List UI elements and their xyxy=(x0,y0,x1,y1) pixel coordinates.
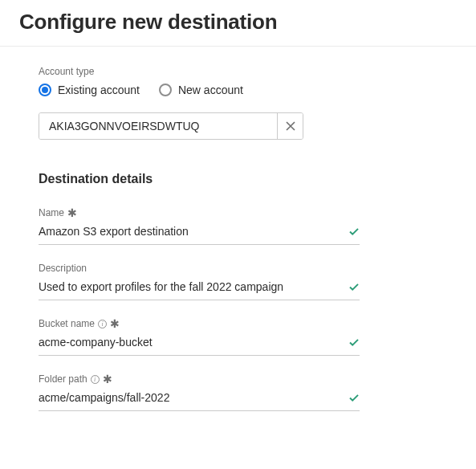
account-type-radiogroup: Existing account New account xyxy=(39,84,437,96)
field-label: Description xyxy=(39,263,437,274)
field-folder-path: Folder path i ✱ xyxy=(39,373,437,411)
field-label: Bucket name i ✱ xyxy=(39,318,437,329)
account-type-label: Account type xyxy=(39,66,437,77)
info-icon[interactable]: i xyxy=(98,320,107,328)
valid-icon xyxy=(348,392,360,403)
required-icon: ✱ xyxy=(103,373,112,385)
close-icon xyxy=(286,121,295,131)
field-label: Name ✱ xyxy=(39,207,437,218)
valid-icon xyxy=(348,281,360,292)
label-text: Description xyxy=(39,263,87,274)
label-text: Name xyxy=(39,207,64,218)
field-bucket-name: Bucket name i ✱ xyxy=(39,318,437,356)
radio-dot-icon xyxy=(159,84,172,96)
radio-dot-icon xyxy=(39,84,51,96)
radio-label: Existing account xyxy=(58,84,140,96)
clear-account-button[interactable] xyxy=(277,113,303,139)
name-input[interactable] xyxy=(39,225,348,238)
radio-label: New account xyxy=(178,84,243,96)
bucket-name-input[interactable] xyxy=(39,336,348,349)
description-input[interactable] xyxy=(39,280,348,293)
label-text: Folder path xyxy=(39,373,87,385)
valid-icon xyxy=(348,226,360,237)
page-title: Configure new destination xyxy=(19,10,457,35)
required-icon: ✱ xyxy=(110,318,120,329)
field-label: Folder path i ✱ xyxy=(39,373,437,385)
info-icon[interactable]: i xyxy=(91,375,100,384)
radio-existing-account[interactable]: Existing account xyxy=(39,84,140,96)
label-text: Bucket name xyxy=(39,318,95,329)
radio-new-account[interactable]: New account xyxy=(159,84,243,96)
folder-path-input[interactable] xyxy=(39,391,348,404)
divider xyxy=(0,46,476,47)
account-input[interactable] xyxy=(39,113,277,139)
valid-icon xyxy=(348,336,360,348)
destination-details-heading: Destination details xyxy=(39,172,437,186)
account-selector xyxy=(39,112,303,140)
field-description: Description xyxy=(39,263,437,300)
required-icon: ✱ xyxy=(67,207,77,218)
field-name: Name ✱ xyxy=(39,207,437,245)
